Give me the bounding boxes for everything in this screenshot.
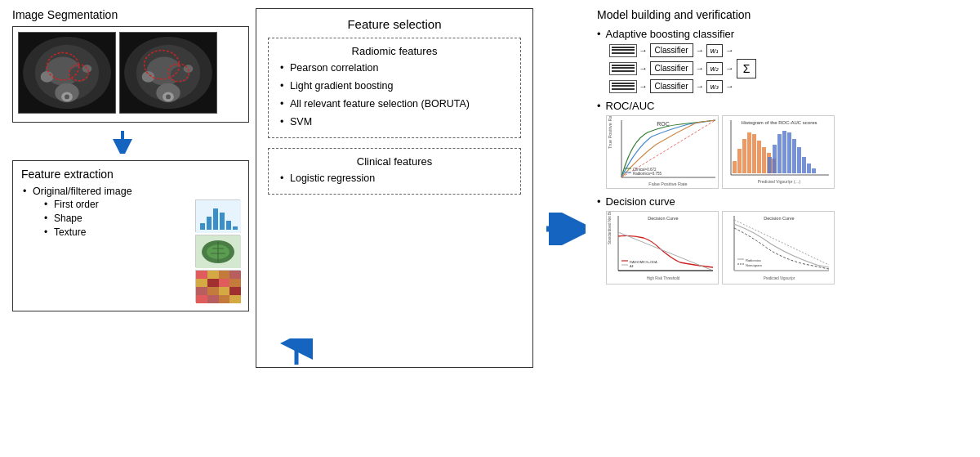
svg-rect-84 xyxy=(782,131,786,173)
image-segmentation-box xyxy=(12,26,249,123)
svg-rect-78 xyxy=(762,147,766,173)
image-segmentation-title: Image Segmentation xyxy=(12,8,249,21)
model-building-title: Model building and verification xyxy=(597,8,875,21)
main-container: Image Segmentation xyxy=(0,0,980,457)
classifier-box-3: Classifier xyxy=(650,79,693,93)
svg-rect-42 xyxy=(219,271,229,279)
adaptive-boosting-label: Adaptive boosting classifier xyxy=(606,28,757,40)
svg-rect-83 xyxy=(777,134,782,173)
bullet-roc: • xyxy=(597,100,601,112)
decision-chart-1: Decision Curve High Risk Threshold Stand… xyxy=(606,211,719,285)
bullet-adaptive: • xyxy=(597,28,601,40)
svg-text:ROC: ROC xyxy=(657,121,670,127)
svg-rect-49 xyxy=(207,287,219,295)
feature-selection-section: Feature selection Radiomic features Pear… xyxy=(256,8,533,368)
svg-rect-53 xyxy=(207,295,219,303)
svg-point-18 xyxy=(142,71,155,83)
roc-auc-label: ROC/AUC xyxy=(606,100,835,112)
arrow-up-from-feature-extract xyxy=(280,338,313,370)
svg-text:Standardised Net Benefit: Standardised Net Benefit xyxy=(608,212,612,244)
adaptive-boosting-section: • Adaptive boosting classifier xyxy=(597,28,875,93)
radiomic-features-list: Pearson correlation Light gradient boost… xyxy=(278,62,510,128)
clinical-item-logistic: Logistic regression xyxy=(278,172,510,184)
svg-text:Histogram of the ROC-AUC score: Histogram of the ROC-AUC scores xyxy=(741,120,817,125)
weight-box-1: w₁ xyxy=(706,44,724,57)
svg-text:High Risk Threshold: High Risk Threshold xyxy=(646,276,679,280)
clinical-features-list: Logistic regression xyxy=(278,172,510,184)
svg-point-19 xyxy=(184,65,194,73)
roc-charts-container: ROC False Positive Rate True Positive Ra… xyxy=(606,115,835,189)
feature-extraction-title: Feature extraction xyxy=(21,168,240,181)
arrow-1b: → xyxy=(696,46,704,55)
svg-rect-28 xyxy=(207,217,212,230)
big-arrow-right xyxy=(545,213,586,245)
histogram-thumbnail xyxy=(195,199,240,232)
svg-rect-54 xyxy=(219,295,229,303)
svg-rect-44 xyxy=(196,279,207,287)
clinical-features-box: Clinical features Logistic regression xyxy=(268,148,521,195)
radiomic-features-box: Radiomic features Pearson correlation Li… xyxy=(268,38,521,138)
svg-rect-88 xyxy=(802,157,806,173)
svg-text:Radiomics=0.755: Radiomics=0.755 xyxy=(633,172,662,176)
data-lines-1 xyxy=(609,44,637,57)
right-column: Model building and verification • Adapti… xyxy=(597,8,875,285)
arrow-down-seg xyxy=(12,129,249,154)
roc-chart: ROC False Positive Rate True Positive Ra… xyxy=(606,115,719,189)
radiomic-features-title: Radiomic features xyxy=(278,45,510,57)
left-column: Image Segmentation xyxy=(12,8,249,311)
arrow-3b: → xyxy=(696,82,704,91)
decision-charts-container: Decision Curve High Risk Threshold Stand… xyxy=(606,211,835,285)
weight-box-2: w₂ xyxy=(706,62,724,75)
classifier-row-3: → Classifier → w₃ → xyxy=(609,79,734,93)
svg-rect-77 xyxy=(757,141,761,173)
arrow-2b: → xyxy=(696,64,704,73)
svg-text:Decision Curve: Decision Curve xyxy=(764,216,794,221)
svg-rect-85 xyxy=(787,132,791,173)
svg-rect-31 xyxy=(226,221,231,230)
ct-images-container xyxy=(18,32,243,114)
svg-rect-43 xyxy=(229,271,241,279)
svg-rect-50 xyxy=(219,287,229,295)
arrow-2c: → xyxy=(725,64,733,73)
shape-thumbnail xyxy=(195,235,240,267)
svg-rect-45 xyxy=(207,279,219,287)
svg-rect-47 xyxy=(229,279,241,287)
decision-curve-label: Decision curve xyxy=(606,195,835,208)
data-lines-3 xyxy=(609,80,637,93)
svg-text:RADIOMICS+ODA: RADIOMICS+ODA xyxy=(630,260,657,264)
texture-thumbnail xyxy=(195,270,240,302)
svg-text:Predicted Vigour/pr (…): Predicted Vigour/pr (…) xyxy=(757,179,800,184)
svg-rect-73 xyxy=(737,149,742,173)
svg-rect-75 xyxy=(747,132,751,173)
radiomic-item-lgb: Light gradient boosting xyxy=(278,80,510,92)
svg-rect-76 xyxy=(752,134,756,173)
ct-image-2 xyxy=(119,32,217,114)
svg-rect-82 xyxy=(773,145,777,173)
svg-rect-29 xyxy=(213,208,218,230)
radiomic-item-boruta: All relevant feature selection (BORUTA) xyxy=(278,98,510,110)
decision-curve-section: • Decision curve xyxy=(597,195,875,285)
sigma-box: Σ xyxy=(737,59,756,78)
svg-rect-30 xyxy=(220,213,225,230)
arrow-1c: → xyxy=(725,46,733,55)
roc-auc-section: • ROC/AUC xyxy=(597,100,875,189)
feature-selection-title: Feature selection xyxy=(268,17,521,31)
svg-text:Predicted Vigour/pr: Predicted Vigour/pr xyxy=(763,276,795,280)
arrow-3c: → xyxy=(725,82,733,91)
decision-chart-2: Decision Curve Predicted Vigour/pr Radio… xyxy=(722,211,835,285)
classifier-box-1: Classifier xyxy=(650,43,693,57)
feature-extraction-section: Feature extraction Original/filtered ima… xyxy=(12,160,249,311)
svg-rect-27 xyxy=(200,223,205,230)
data-lines-2 xyxy=(609,62,637,75)
arrow-1: → xyxy=(639,46,648,55)
svg-rect-90 xyxy=(812,168,816,173)
svg-rect-40 xyxy=(196,271,207,279)
arrow-2: → xyxy=(639,64,648,73)
ct-image-1 xyxy=(18,32,116,114)
image-segmentation-section: Image Segmentation xyxy=(12,8,249,123)
svg-rect-46 xyxy=(219,279,229,287)
svg-point-23 xyxy=(166,94,171,99)
svg-rect-51 xyxy=(229,287,241,295)
clinical-features-title: Clinical features xyxy=(278,155,510,168)
svg-text:Nomogram: Nomogram xyxy=(746,263,762,267)
